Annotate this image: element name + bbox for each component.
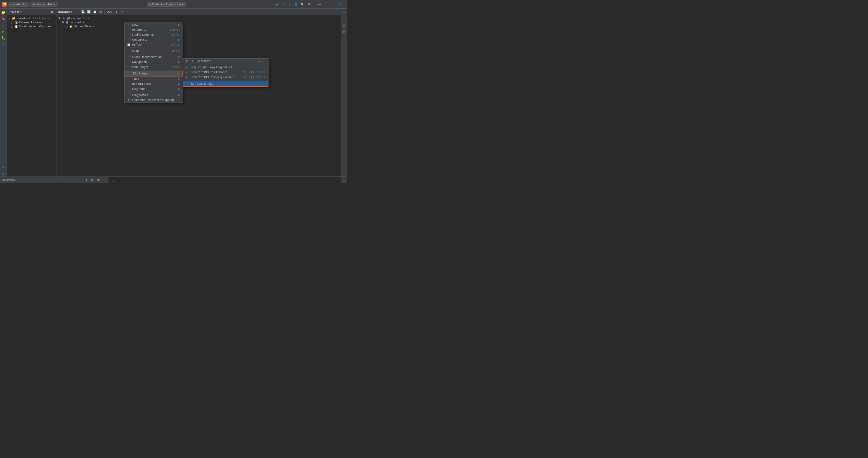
version-control-dropdown[interactable]: Version control ▾ [30,2,57,6]
right-icon-4[interactable]: 🗑 [341,29,347,34]
external-libraries-label: External Libraries [19,21,43,24]
ctx-drop[interactable]: Drop... Delete [125,49,183,53]
search-icon[interactable]: 🔍 [300,2,305,6]
ctx-navigation-label: Navigation [132,60,147,64]
gen-ddl-console-button[interactable]: ↗ Generate DDL to Query Console Ctrl+Alt… [183,75,268,80]
run-sidebar-icon[interactable]: ▶ [0,29,6,34]
grid-button[interactable]: ⊞ [98,9,103,15]
add-service-button[interactable]: + [101,178,106,182]
gen-ddl-clip-icon: ↗ [186,71,189,74]
maximize-button[interactable]: ☐ [325,1,335,8]
db-host-item[interactable]: ▼ 🔌 @localhost 1 of 6 [57,16,341,20]
modify-shortcut: Ctrl+F6 [170,33,180,36]
expand-all-button[interactable]: ↑ [84,178,89,182]
project-dropdown[interactable]: scala-boot ▾ [8,2,29,6]
sql-scripts-submenu: ⚙ SQL Generator... Ctrl+Alt+G ↗ Request … [183,58,269,87]
run-button[interactable]: ▶ [275,2,279,6]
gen-ddl-clipboard-label: Generate DDL to Clipboard [191,70,227,74]
db-server-objects-item[interactable]: ▷ 📁 Server Objects [57,24,341,29]
req-copy-icon: ↗ [186,66,189,69]
close-button[interactable]: ✕ [336,1,345,8]
ctx-separator [125,92,183,92]
add-datasource-button[interactable]: + [74,9,80,15]
chevron-icon: ▾ [25,3,26,6]
right-icon-3[interactable]: 🖨 [341,22,347,28]
gen-ddl-clipboard-button[interactable]: ↗ Generate DDL to Clipboard Ctrl+Alt+Shi… [183,70,268,75]
panel-header-actions: ⚙ [50,9,55,15]
git-sidebar-icon[interactable]: ⑂ [0,22,6,28]
debug-button[interactable]: ⚡ [281,2,286,6]
run-sql-script-button[interactable]: Run SQL Script... [183,81,268,87]
req-copy-label: Request and Copy Original DDL [191,66,233,69]
external-libraries-item[interactable]: ▷ 📚 External Libraries [7,20,56,24]
project-panel-header: Project ▾ ⚙ [7,8,56,16]
folder-icon: 📁 [69,25,73,28]
ctx-diagnostics-label: Diagnostics [132,93,148,96]
sub-separator [183,64,268,64]
ctx-rename-label: Rename... [132,28,146,31]
title-center: ▶ ScalaBootApplication ▾ [59,2,274,6]
project-sidebar-icon[interactable]: 📁 [0,9,6,16]
collapse-all-button[interactable]: ✕ [90,178,95,182]
schema-button[interactable]: 📋 [92,9,97,15]
ctx-quick-doc[interactable]: Quick Documentation Ctrl+Q [125,55,183,59]
ddl-button[interactable]: DDL [106,9,113,15]
ctx-import-export[interactable]: Import/Export ▶ [125,82,183,86]
terminal-sidebar-icon[interactable]: ➤ [0,164,6,170]
bookmark-sidebar-icon[interactable]: 🔖 [0,16,6,22]
ctx-find-usages[interactable]: Find Usages Alt+F7 [125,64,183,69]
drop-shortcut: Delete [172,50,180,53]
main-layout: 📁 🔖 ⑂ ▶ 🐛 ⚠ ➤ ⚙ Project ▾ ⚙ ▶ 📁 scala-bo… [0,8,347,176]
ctx-tools-label: Tools [132,77,139,81]
right-icon-2[interactable]: ⊟ [341,16,347,22]
ctx-new[interactable]: + New ▶ [125,22,183,27]
toggle-button[interactable]: ↕ [114,9,119,15]
refresh-shortcut: Ctrl+F5 [170,44,180,47]
ctx-gen-persistence[interactable]: ⚙ Generate Persistence Mapping [125,97,183,103]
ctx-sql-scripts[interactable]: SQL Scripts ▶ [125,70,183,77]
req-copy-ddl-button[interactable]: ↗ Request and Copy Original DDL [183,65,268,70]
settings2-sidebar-icon[interactable]: ⚙ [0,171,6,176]
submenu-arrow: ▶ [178,82,180,86]
ctx-refresh-label: Refresh [132,43,143,47]
gear-icon[interactable]: ⚙ [50,9,55,15]
save-button[interactable]: 💾 [81,9,86,15]
ctx-separator [125,70,183,70]
scratches-icon: 📋 [15,25,18,28]
eye-button[interactable]: 👁 [120,9,125,15]
sql-gen-button[interactable]: ⚙ SQL Generator... Ctrl+Alt+G [183,59,268,64]
console-wrap-button[interactable]: ⊟ [111,179,116,183]
debug-sidebar-icon[interactable]: 🐛 [0,35,6,41]
ctx-import-export-label: Import/Export [132,82,151,86]
refresh-button[interactable]: 🔄 [86,9,91,15]
settings-icon[interactable]: ⚙ [307,2,311,6]
context-menu: + New ▶ Rename... Shift+F6 Modify Schema… [124,22,183,103]
more-options-button[interactable]: ⋮ [287,2,292,6]
host-label: @localhost [66,17,81,20]
rename-shortcut: Shift+F6 [169,29,180,31]
right-sidebar-icons: ≡ ⊟ 🖨 🗑 [341,8,347,176]
expand-arrow: ▷ [11,25,14,28]
view-button[interactable]: 👁 [96,178,101,182]
services-header-actions: ↑ ✕ 👁 + [84,178,106,182]
ctx-navigation[interactable]: Navigation ▶ [125,59,183,64]
right-icon-1[interactable]: ≡ [341,9,347,16]
ctx-tools[interactable]: Tools ▶ [125,77,183,82]
ctx-modify-schema[interactable]: Modify Schema... Ctrl+F6 [125,32,183,37]
ctx-refresh[interactable]: 🔄 Refresh Ctrl+F5 [125,42,183,47]
console-right-icon-1[interactable]: ≡ [341,178,347,183]
ctx-diagnostics[interactable]: Diagnostics ▶ [125,92,183,97]
db-schema-item[interactable]: ▼ 🗄 knowledge [57,20,341,24]
project-root-label: scala-boot [16,17,30,20]
minimize-button[interactable]: — [315,1,324,8]
project-root-item[interactable]: ▶ 📁 scala-boot ~/IdeaProjects/s [7,16,56,20]
scratches-consoles-item[interactable]: ▷ 📋 Scratches and Consoles [7,24,56,29]
project-panel: Project ▾ ⚙ ▶ 📁 scala-boot ~/IdeaProject… [7,8,57,176]
profile-icon[interactable]: 👤 [294,2,298,6]
ctx-copypaste[interactable]: Copy/Paste ▶ [125,37,183,42]
expand-arrow: ▷ [11,21,14,24]
problems-sidebar-icon[interactable]: ⚠ [0,41,6,47]
ctx-rename[interactable]: Rename... Shift+F6 [125,27,183,32]
ctx-diagrams[interactable]: Diagrams ▶ [125,86,183,91]
run-config-dropdown[interactable]: ▶ ScalaBootApplication ▾ [147,2,186,6]
